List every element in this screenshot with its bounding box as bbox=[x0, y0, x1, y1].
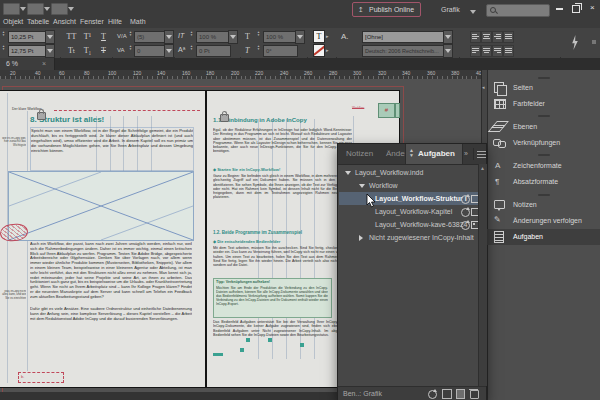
workspace-switcher[interactable]: Grafik bbox=[441, 6, 460, 13]
dock-item-verknuepfungen[interactable]: Verknüpfungen bbox=[487, 135, 600, 151]
dock-item-notizen[interactable]: Notizen bbox=[487, 197, 600, 213]
panel-menu-icon[interactable] bbox=[477, 151, 486, 158]
dock-item-absatzformate[interactable]: ¶ Absatzformate bbox=[487, 174, 600, 190]
strikethrough-button[interactable]: T bbox=[97, 46, 110, 55]
baseline-shift-field[interactable]: 0 Pt bbox=[196, 45, 231, 57]
menu-fenster[interactable]: Fenster bbox=[80, 18, 104, 25]
tab-aufgaben[interactable]: ▲▼ Aufgaben bbox=[405, 144, 463, 164]
fill-color-swatch[interactable]: T bbox=[313, 30, 325, 43]
font-size-dropdown-icon[interactable] bbox=[45, 30, 55, 44]
tree-document-row[interactable]: Layout_Workflow.indd bbox=[339, 166, 478, 179]
dock-item-farbfelder[interactable]: Farbfelder bbox=[487, 96, 600, 112]
panel-scrollbar[interactable]: ▲ bbox=[478, 164, 487, 386]
image-placeholder-frame[interactable] bbox=[8, 171, 194, 241]
screen-mode-icon[interactable] bbox=[27, 3, 44, 15]
menu-math[interactable]: Math bbox=[130, 18, 146, 25]
align-left-button[interactable] bbox=[470, 31, 481, 43]
search-input[interactable] bbox=[486, 4, 550, 17]
tip-box-frame[interactable]: Tipp: Verknüpfungen aufheben! Möchten Si… bbox=[213, 278, 332, 318]
left-text-frame-2[interactable]: Auch ein Workflow, der passt, kann nach … bbox=[30, 242, 192, 305]
panel-double-chevron-icon[interactable]: » bbox=[464, 150, 468, 157]
dock-item-zeichenformate[interactable]: A Zeichenformate bbox=[487, 158, 600, 174]
tracking-stepper[interactable]: ▲▼ bbox=[129, 45, 132, 51]
leading-field[interactable]: 12,75 Pt bbox=[8, 45, 48, 57]
bridge-caret-icon[interactable] bbox=[20, 7, 26, 11]
vscale-dropdown-icon[interactable] bbox=[228, 30, 238, 44]
update-content-icon[interactable] bbox=[461, 195, 470, 204]
menu-ansicht[interactable]: Ansicht bbox=[53, 18, 76, 25]
margin-note-1[interactable]: wie es InCopy gibt, hier zunächst das Wi… bbox=[0, 137, 26, 150]
menu-tabelle[interactable]: Tabelle bbox=[27, 18, 49, 25]
left-text-frame-1[interactable]: Spricht man von einem Workflow, ist in d… bbox=[30, 127, 194, 171]
menu-hilfe[interactable]: Hilfe bbox=[108, 18, 122, 25]
font-size-field[interactable]: 10,25 Pt bbox=[8, 31, 48, 43]
kerning-dropdown-icon[interactable] bbox=[164, 30, 174, 44]
all-caps-button[interactable]: TT bbox=[65, 32, 78, 41]
tracking-field[interactable]: 0 bbox=[134, 45, 167, 57]
publish-online-button[interactable]: ↥ Publish Online bbox=[352, 2, 421, 17]
leading-stepper[interactable]: ▲▼ bbox=[2, 45, 5, 51]
right-text-frame-3[interactable]: Mit dem Text arbeiten, müssen Sie ihn au… bbox=[213, 246, 352, 276]
kerning-stepper[interactable]: ▲▼ bbox=[129, 31, 132, 37]
justify-right-button[interactable] bbox=[492, 45, 503, 57]
dock-item-ebenen[interactable]: Ebenen bbox=[487, 119, 600, 135]
vertical-scale-field[interactable]: 100 % bbox=[196, 31, 231, 43]
scroll-up-icon[interactable]: ▲ bbox=[480, 165, 485, 171]
margin-note-2[interactable]: Was InCopy nicht alles kann, und wie Sie… bbox=[0, 290, 26, 308]
align-right-button[interactable] bbox=[492, 31, 503, 43]
hscale-dropdown-icon[interactable] bbox=[295, 30, 305, 44]
collapsed-triangle-icon[interactable] bbox=[359, 235, 363, 241]
justify-left-button[interactable] bbox=[470, 45, 481, 57]
align-center-button[interactable] bbox=[481, 31, 492, 43]
document-tab-close-icon[interactable]: × bbox=[42, 60, 46, 67]
update-content-icon[interactable] bbox=[461, 208, 470, 217]
character-style-field[interactable]: [Ohne] bbox=[362, 31, 446, 43]
assignment-row-struktur[interactable]: Layout_Workflow-Struktur i bbox=[339, 192, 478, 205]
arrange-documents-caret-icon[interactable] bbox=[68, 7, 74, 11]
menu-objekt[interactable]: Objekt bbox=[3, 18, 23, 25]
arrange-documents-icon[interactable] bbox=[51, 3, 68, 15]
underline-button[interactable]: T bbox=[97, 32, 110, 41]
section-heading-2[interactable]: 1.2. Beide Programme im Zusammenspiel bbox=[213, 230, 302, 235]
document-tab[interactable]: 6 % × bbox=[0, 58, 55, 70]
update-content-icon[interactable] bbox=[461, 221, 470, 230]
hscale-stepper[interactable]: ▲▼ bbox=[257, 31, 260, 37]
stroke-color-swatch[interactable] bbox=[313, 44, 325, 57]
kerning-field[interactable]: (5) bbox=[134, 31, 167, 43]
delete-icon[interactable] bbox=[470, 390, 479, 399]
tab-notizen[interactable]: Notizen bbox=[346, 144, 373, 164]
dock-item-aufgaben[interactable]: Aufgaben bbox=[487, 229, 600, 245]
horizontal-scale-field[interactable]: 100 % bbox=[263, 31, 298, 43]
superscript-button[interactable]: T¹ bbox=[81, 32, 94, 41]
baseline-stepper[interactable]: ▲▼ bbox=[190, 45, 193, 51]
subscript-button[interactable]: T₁ bbox=[81, 46, 94, 55]
dock-item-aenderungen-verfolgen[interactable]: ✎ Änderungen verfolgen bbox=[487, 213, 600, 229]
skew-field[interactable]: 0° bbox=[263, 45, 298, 57]
new-assignment-icon[interactable] bbox=[456, 389, 465, 399]
bridge-icon[interactable] bbox=[3, 3, 20, 15]
update-all-icon[interactable] bbox=[428, 390, 437, 399]
left-text-frame-3[interactable]: Dafür gibt es viele Ansätze. Eine sauber… bbox=[30, 307, 192, 329]
tracking-dropdown-icon[interactable] bbox=[164, 44, 174, 58]
panel-dock-icon[interactable] bbox=[592, 40, 596, 44]
restore-button[interactable] bbox=[572, 5, 580, 13]
dock-item-seiten[interactable]: Seiten bbox=[487, 80, 600, 96]
screen-mode-caret-icon[interactable] bbox=[44, 7, 50, 11]
leading-dropdown-icon[interactable] bbox=[45, 44, 55, 58]
right-text-frame-1[interactable]: Egal, ob der Redakteur Erfahrungen in In… bbox=[213, 128, 352, 164]
assignment-row-kave[interactable]: Layout_Workflow-kave-63824 bbox=[339, 218, 478, 231]
justify-all-button[interactable] bbox=[503, 45, 514, 57]
dock-collapse-icon[interactable]: ◂ bbox=[482, 84, 485, 90]
expand-triangle-icon[interactable] bbox=[345, 171, 351, 175]
workspace-caret-icon[interactable] bbox=[470, 10, 476, 14]
right-text-frame-4[interactable]: Das Bedienfeld Aufgaben unterstützt Sie … bbox=[213, 320, 352, 378]
font-size-stepper[interactable]: ▲▼ bbox=[2, 31, 5, 37]
right-text-frame-2[interactable]: Ganz zu Beginn: Sie befinden sich gleich… bbox=[213, 174, 352, 224]
quick-apply-icon[interactable] bbox=[571, 35, 579, 50]
minimize-button[interactable] bbox=[556, 8, 563, 10]
vscale-stepper[interactable]: ▲▼ bbox=[190, 31, 193, 37]
tree-workflow-row[interactable]: Workflow bbox=[339, 179, 478, 192]
justify-center-button[interactable] bbox=[481, 45, 492, 57]
language-dropdown-icon[interactable] bbox=[443, 44, 453, 58]
stroke-flyout-icon[interactable]: ▸ bbox=[326, 47, 329, 53]
